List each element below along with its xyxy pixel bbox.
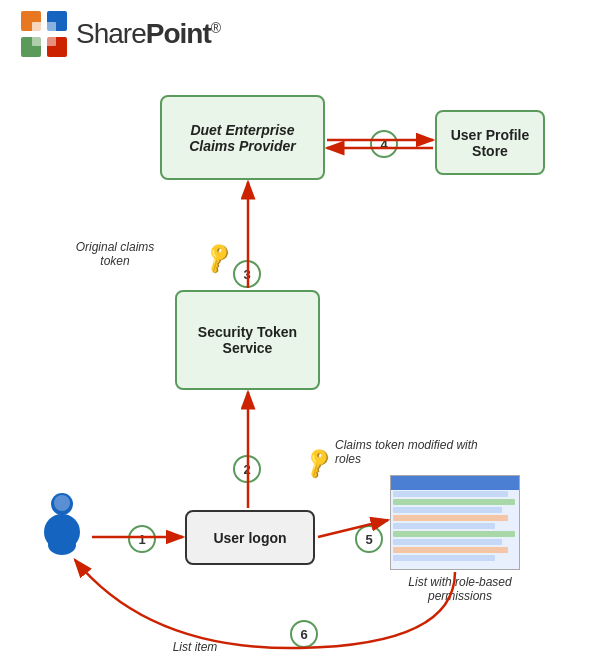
label-list-permissions: List with role-based permissions xyxy=(385,575,535,603)
arrow-6 xyxy=(75,560,455,648)
step-1-circle: 1 xyxy=(128,525,156,553)
step-3-circle: 3 xyxy=(233,260,261,288)
sts-label: Security Token Service xyxy=(185,324,310,356)
user-logon-label: User logon xyxy=(213,530,286,546)
box-user-logon: User logon xyxy=(185,510,315,565)
label-claims-modified: Claims token modified with roles xyxy=(335,438,490,466)
svg-point-11 xyxy=(48,535,76,555)
key-icon-modified: 🔑 xyxy=(300,445,336,481)
user-person-icon xyxy=(35,490,90,559)
diagram-container: SharePoint® Duet Enterprise Claims Provi… xyxy=(0,0,591,661)
duet-label: Duet Enterprise Claims Provider xyxy=(170,122,315,154)
box-user-profile: User Profile Store xyxy=(435,110,545,175)
step-4-circle: 4 xyxy=(370,130,398,158)
logo-text: SharePoint® xyxy=(76,18,220,50)
user-profile-label: User Profile Store xyxy=(445,127,535,159)
step-5-circle: 5 xyxy=(355,525,383,553)
box-security-token-service: Security Token Service xyxy=(175,290,320,390)
sharepoint-logo-icon xyxy=(20,10,68,58)
key-icon-original: 🔑 xyxy=(200,240,236,276)
step-6-circle: 6 xyxy=(290,620,318,648)
label-list-item: List item xyxy=(155,640,235,654)
svg-rect-7 xyxy=(42,32,56,46)
screenshot-thumbnail xyxy=(390,475,520,570)
step-2-circle: 2 xyxy=(233,455,261,483)
sharepoint-logo: SharePoint® xyxy=(20,10,220,58)
label-original-claims: Original claims token xyxy=(60,240,170,268)
box-duet-enterprise: Duet Enterprise Claims Provider xyxy=(160,95,325,180)
svg-point-10 xyxy=(54,495,70,511)
